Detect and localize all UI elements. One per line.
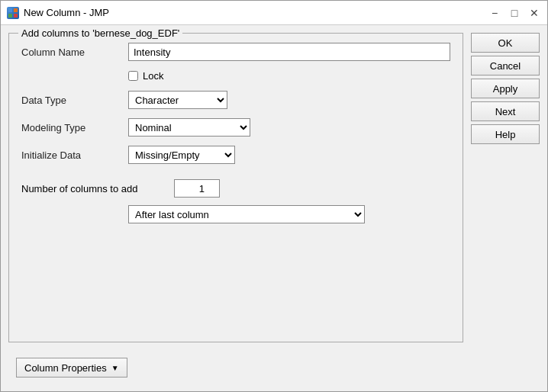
help-button[interactable]: Help: [471, 124, 540, 144]
svg-rect-2: [8, 14, 12, 18]
side-buttons: OK Cancel Apply Next Help: [471, 33, 540, 384]
data-type-control: Character Numeric Row State Expression: [128, 91, 450, 109]
cancel-button[interactable]: Cancel: [471, 56, 540, 76]
lock-row: Lock: [21, 70, 450, 82]
initialize-data-row: Initialize Data Missing/Empty Zero Rando…: [21, 146, 450, 164]
svg-rect-1: [14, 8, 18, 12]
column-name-input[interactable]: [128, 43, 450, 61]
close-button[interactable]: ✕: [527, 6, 541, 20]
column-name-control: [128, 43, 450, 61]
initialize-data-select[interactable]: Missing/Empty Zero Random: [128, 146, 235, 164]
initialize-data-label: Initialize Data: [21, 149, 128, 161]
title-bar: New Column - JMP − □ ✕: [1, 1, 547, 25]
column-properties-button[interactable]: Column Properties ▼: [16, 358, 127, 378]
data-type-select[interactable]: Character Numeric Row State Expression: [128, 91, 227, 109]
bottom-bar: Column Properties ▼: [8, 352, 463, 384]
num-columns-label: Number of columns to add: [21, 183, 174, 194]
modeling-type-row: Modeling Type Nominal Ordinal Continuous: [21, 118, 450, 137]
apply-button[interactable]: Apply: [471, 79, 540, 98]
initialize-data-control: Missing/Empty Zero Random: [128, 146, 450, 164]
column-name-label: Column Name: [21, 47, 128, 58]
window-title: New Column - JMP: [24, 7, 109, 18]
position-row: After last column Before first column Af…: [21, 205, 450, 223]
modeling-type-control: Nominal Ordinal Continuous: [128, 118, 450, 137]
group-box-legend: Add columns to 'bernese_dog_EDF': [18, 27, 182, 39]
svg-rect-0: [8, 8, 12, 12]
main-window: New Column - JMP − □ ✕ Add columns to 'b…: [0, 0, 548, 392]
column-properties-label: Column Properties: [24, 362, 107, 374]
lock-checkbox[interactable]: [128, 71, 138, 81]
group-box: Add columns to 'bernese_dog_EDF' Column …: [8, 33, 463, 342]
num-columns-input[interactable]: [174, 179, 220, 198]
dropdown-arrow-icon: ▼: [111, 364, 119, 372]
data-type-label: Data Type: [21, 95, 128, 106]
maximize-button[interactable]: □: [508, 6, 521, 20]
svg-rect-3: [14, 14, 18, 18]
data-type-row: Data Type Character Numeric Row State Ex…: [21, 91, 450, 109]
minimize-button[interactable]: −: [488, 6, 501, 20]
num-columns-row: Number of columns to add: [21, 179, 450, 198]
main-panel: Add columns to 'bernese_dog_EDF' Column …: [8, 33, 463, 384]
content-area: Add columns to 'bernese_dog_EDF' Column …: [1, 25, 547, 391]
next-button[interactable]: Next: [471, 101, 540, 121]
ok-button[interactable]: OK: [471, 33, 540, 53]
position-select[interactable]: After last column Before first column Af…: [128, 205, 365, 223]
modeling-type-label: Modeling Type: [21, 122, 128, 133]
modeling-type-select[interactable]: Nominal Ordinal Continuous: [128, 118, 250, 137]
column-name-row: Column Name: [21, 43, 450, 61]
lock-label: Lock: [143, 70, 163, 82]
window-controls: − □ ✕: [488, 6, 541, 20]
app-icon: [7, 7, 19, 19]
title-bar-left: New Column - JMP: [7, 7, 109, 19]
